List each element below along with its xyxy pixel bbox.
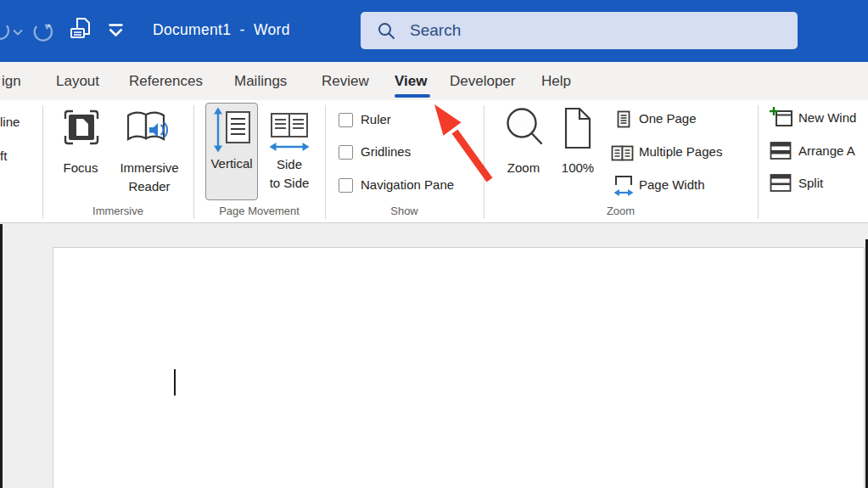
- ribbon-tab-row: ign Layout References Mailings Review Vi…: [0, 62, 868, 100]
- vertical-label: Vertical: [206, 154, 257, 173]
- zoom-button[interactable]: Zoom: [499, 104, 548, 199]
- search-box[interactable]: Search: [361, 12, 798, 49]
- ruler-checkbox-label[interactable]: Ruler: [361, 112, 391, 126]
- side-to-side-icon: [269, 111, 311, 154]
- group-separator: [325, 105, 326, 219]
- split-button[interactable]: Split: [768, 171, 868, 195]
- tab-mailings[interactable]: Mailings: [234, 62, 287, 100]
- side-to-side-label-line2: to Side: [263, 174, 316, 193]
- document-area: [0, 223, 868, 488]
- window-left-edge: [0, 224, 3, 488]
- views-cutoff-label-draft[interactable]: ft: [0, 149, 7, 163]
- active-tab-underline: [395, 94, 430, 98]
- immersive-group-label: Immersive: [42, 205, 193, 217]
- immersive-reader-button[interactable]: Immersive Reader: [114, 104, 185, 199]
- side-to-side-button[interactable]: Side to Side: [263, 104, 316, 199]
- group-separator: [193, 105, 194, 219]
- focus-label: Focus: [54, 159, 107, 177]
- focus-icon: [63, 109, 100, 146]
- print-preview-icon[interactable]: [70, 18, 93, 44]
- document-page[interactable]: [53, 247, 865, 488]
- tab-help[interactable]: Help: [541, 62, 571, 100]
- title-bar: Document1 - Word Search: [0, 0, 868, 62]
- immersive-reader-label-line2: Reader: [114, 177, 185, 196]
- show-group-label: Show: [325, 205, 484, 217]
- gridlines-checkbox[interactable]: [339, 145, 353, 160]
- zoom-group-label: Zoom: [484, 205, 758, 217]
- one-page-button[interactable]: One Page: [609, 109, 753, 131]
- redo-icon[interactable]: [31, 19, 56, 44]
- one-page-icon: [615, 110, 632, 128]
- multiple-pages-label: Multiple Pages: [639, 144, 722, 159]
- group-separator: [42, 105, 43, 219]
- immersive-reader-icon: [126, 110, 171, 146]
- split-label: Split: [798, 176, 823, 190]
- gridlines-checkbox-label[interactable]: Gridlines: [361, 144, 411, 159]
- undo-icon[interactable]: [0, 19, 13, 44]
- zoom-magnifier-icon: [502, 105, 545, 154]
- side-to-side-label-line1: Side: [263, 155, 316, 174]
- zoom-100-page-icon: [561, 107, 595, 149]
- window-title: Document1 - Word: [153, 21, 290, 39]
- arrange-all-button[interactable]: Arrange A: [768, 139, 868, 163]
- undo-dropdown-chevron-icon[interactable]: [12, 29, 24, 36]
- tab-design-cutoff[interactable]: ign: [2, 62, 21, 100]
- group-separator: [758, 105, 759, 219]
- views-cutoff-label-outline[interactable]: line: [0, 115, 20, 129]
- multiple-pages-button[interactable]: Multiple Pages: [609, 142, 753, 164]
- navigation-pane-checkbox[interactable]: [339, 178, 353, 193]
- new-window-icon: [769, 106, 794, 129]
- arrange-all-icon: [770, 141, 792, 161]
- one-page-label: One Page: [639, 111, 697, 126]
- tab-developer[interactable]: Developer: [450, 62, 516, 100]
- group-separator: [484, 105, 484, 219]
- navigation-pane-checkbox-label[interactable]: Navigation Pane: [361, 177, 454, 192]
- arrange-all-label: Arrange A: [798, 143, 855, 158]
- ribbon-view-panel: line ft Focus Immers: [0, 100, 868, 223]
- new-window-label: New Wind: [798, 110, 856, 125]
- vertical-button-selected[interactable]: Vertical: [205, 103, 258, 200]
- page-width-label: Page Width: [639, 177, 705, 192]
- word-window: Document1 - Word Search ign Layout Refer…: [0, 0, 868, 488]
- split-icon: [770, 173, 792, 194]
- tab-layout[interactable]: Layout: [56, 62, 99, 100]
- immersive-reader-label-line1: Immersive: [114, 159, 185, 177]
- customize-quick-access-toolbar-icon[interactable]: [108, 24, 124, 38]
- tab-references[interactable]: References: [129, 62, 203, 100]
- page-width-icon: [613, 174, 634, 198]
- vertical-page-movement-icon: [211, 107, 254, 153]
- page-movement-group-label: Page Movement: [193, 205, 325, 217]
- text-cursor-caret: [174, 369, 176, 395]
- focus-button[interactable]: Focus: [54, 104, 107, 199]
- tab-review[interactable]: Review: [322, 62, 369, 100]
- zoom-100-button[interactable]: 100%: [553, 104, 602, 199]
- search-placeholder: Search: [410, 21, 461, 40]
- zoom-100-label: 100%: [553, 159, 602, 177]
- new-window-button[interactable]: New Wind: [768, 106, 868, 130]
- multiple-pages-icon: [611, 144, 635, 162]
- page-width-button[interactable]: Page Width: [609, 173, 753, 199]
- zoom-label: Zoom: [499, 159, 548, 177]
- ruler-checkbox[interactable]: [339, 113, 353, 127]
- search-icon: [378, 22, 395, 40]
